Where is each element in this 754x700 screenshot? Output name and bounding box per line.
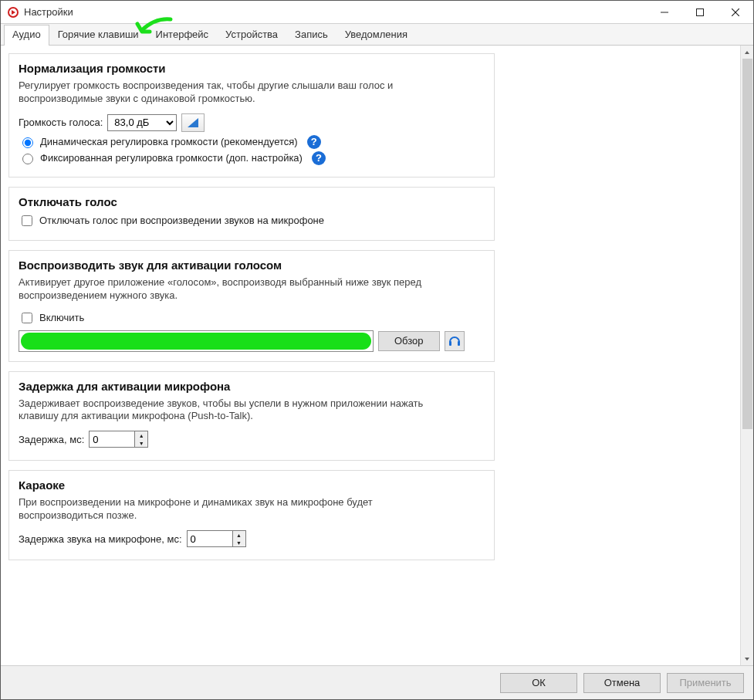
checkbox-enable-label: Включить [39,312,84,323]
voice-volume-select[interactable]: 83,0 дБ [107,114,177,131]
group-desc: Активирует другое приложение «голосом», … [19,276,451,303]
help-icon[interactable]: ? [307,135,321,149]
svg-rect-6 [458,341,460,346]
karaoke-delay-label: Задержка звука на микрофоне, мс: [19,533,182,545]
radio-dynamic-volume[interactable] [22,137,33,148]
group-desc: Задерживает воспроизведение звуков, чтоб… [19,397,451,424]
tab-record[interactable]: Запись [286,25,336,46]
apply-button[interactable]: Применить [667,673,744,693]
checkbox-mute-label: Отключать голос при воспроизведении звук… [39,215,324,226]
radio-fixed-label: Фиксированная регулировка громкости (доп… [40,152,303,164]
tab-notifications[interactable]: Уведомления [336,25,416,46]
group-title: Нормализация громкости [19,62,485,75]
maximize-button[interactable] [682,1,718,24]
group-karaoke: Караоке При воспроизведении на микрофоне… [8,470,495,560]
minimize-button[interactable] [647,1,682,24]
mic-delay-label: Задержка, мс: [19,434,84,445]
tab-hotkeys[interactable]: Горячие клавиши [49,25,147,46]
group-volume-normalization: Нормализация громкости Регулирует громко… [8,53,495,178]
volume-meter-button[interactable] [181,113,205,132]
scroll-up-arrow[interactable] [741,46,754,59]
tab-audio[interactable]: Аудио [4,25,49,46]
svg-rect-5 [449,341,451,346]
group-mute-voice: Отключать голос Отключать голос при восп… [8,187,495,241]
checkbox-mute-voice[interactable] [22,215,32,226]
voice-volume-label: Громкость голоса: [19,117,103,128]
radio-dynamic-label: Динамическая регулировка громкости (реко… [40,136,298,147]
redaction-overlay [21,333,371,350]
preview-sound-button[interactable] [445,331,465,351]
scroll-track[interactable] [741,59,754,652]
vertical-scrollbar[interactable] [740,46,753,665]
group-desc: Регулирует громкость воспроизведения так… [19,79,451,106]
checkbox-enable-activation-sound[interactable] [22,313,32,323]
group-mic-activation-delay: Задержка для активации микрофона Задержи… [8,371,495,462]
tab-bar: Аудио Горячие клавиши Интерфейс Устройст… [1,24,753,46]
mic-delay-spinner[interactable]: ▲▼ [135,431,148,448]
group-title: Отключать голос [19,195,485,208]
tab-devices[interactable]: Устройства [217,25,286,46]
svg-rect-2 [697,8,704,15]
karaoke-delay-input[interactable] [187,530,233,547]
tab-interface[interactable]: Интерфейс [147,25,217,46]
close-button[interactable] [718,1,753,24]
cancel-button[interactable]: Отмена [583,673,661,693]
titlebar: Настройки [1,1,753,24]
group-title: Караоке [19,479,485,492]
group-activation-sound: Воспроизводить звук для активации голосо… [8,250,495,362]
radio-fixed-volume[interactable] [22,154,33,164]
mic-delay-input[interactable] [89,431,135,448]
app-icon [7,6,19,19]
browse-button[interactable]: Обзор [378,331,440,351]
group-desc: При воспроизведении на микрофоне и динам… [19,496,451,522]
scroll-content: Нормализация громкости Регулирует громко… [1,46,753,665]
help-icon[interactable]: ? [312,151,326,165]
window-title: Настройки [24,6,73,18]
group-title: Задержка для активации микрофона [19,380,485,393]
settings-window: Настройки Аудио Горячие клавиши Интерфей… [0,0,754,700]
activation-sound-path-field[interactable] [19,330,374,352]
group-title: Воспроизводить звук для активации голосо… [19,259,485,272]
scroll-thumb[interactable] [742,59,752,429]
karaoke-delay-spinner[interactable]: ▲▼ [233,530,246,547]
dialog-footer: ОК Отмена Применить [1,665,753,699]
scroll-down-arrow[interactable] [741,652,754,665]
ok-button[interactable]: ОК [500,673,577,693]
content-area: Нормализация громкости Регулирует громко… [1,46,753,665]
